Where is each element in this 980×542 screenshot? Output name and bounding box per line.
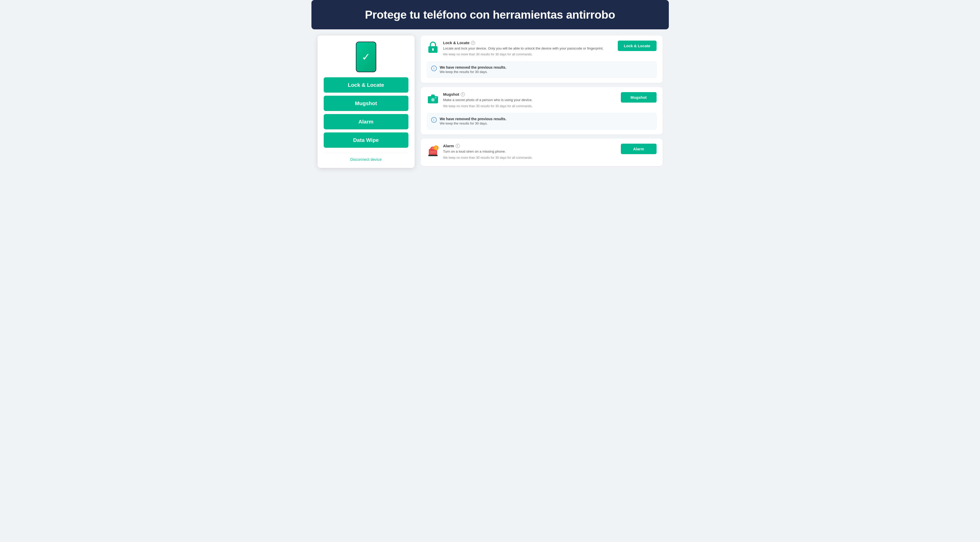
- lock-locate-section: Lock & Locate i Locate and lock your dev…: [421, 35, 663, 83]
- device-card: ✓ Lock & Locate Mugshot Alarm Data Wipe …: [318, 35, 415, 168]
- svg-text:!: !: [436, 146, 436, 150]
- lock-locate-text: Lock & Locate i Locate and lock your dev…: [443, 41, 604, 58]
- svg-rect-6: [435, 97, 436, 98]
- mugshot-limit: We keep no more than 30 results for 30 d…: [443, 104, 533, 109]
- alarm-action-button[interactable]: Alarm: [621, 144, 657, 154]
- left-panel: ✓ Lock & Locate Mugshot Alarm Data Wipe …: [318, 35, 415, 170]
- svg-point-2: [432, 48, 434, 50]
- menu-buttons: Lock & Locate Mugshot Alarm Data Wipe: [324, 77, 409, 148]
- lock-svg: [428, 41, 438, 53]
- page-wrapper: Protege tu teléfono con herramientas ant…: [312, 0, 669, 176]
- mugshot-title: Mugshot i: [443, 92, 533, 97]
- svg-rect-13: [430, 153, 436, 153]
- alarm-text: Alarm i Turn on a loud siren on a missin…: [443, 144, 533, 161]
- mugshot-menu-button[interactable]: Mugshot: [324, 96, 409, 111]
- lock-locate-title: Lock & Locate i: [443, 41, 604, 45]
- mugshot-text: Mugshot i Make a secret photo of a perso…: [443, 92, 533, 110]
- mugshot-section: Mugshot i Make a secret photo of a perso…: [421, 87, 663, 135]
- lock-locate-menu-button[interactable]: Lock & Locate: [324, 77, 409, 93]
- hero-banner: Protege tu teléfono con herramientas ant…: [312, 0, 669, 29]
- mugshot-header: Mugshot i Make a secret photo of a perso…: [427, 92, 657, 110]
- svg-rect-12: [430, 151, 436, 152]
- svg-point-5: [432, 99, 434, 101]
- alarm-description: Turn on a loud siren on a missing phone.: [443, 149, 533, 154]
- alarm-title: Alarm i: [443, 144, 533, 148]
- mugshot-icon: [427, 92, 439, 105]
- alarm-info-icon[interactable]: i: [456, 144, 460, 148]
- mugshot-info-icon[interactable]: i: [461, 92, 465, 97]
- alarm-menu-button[interactable]: Alarm: [324, 114, 409, 129]
- lock-locate-action-button[interactable]: Lock & Locate: [618, 41, 657, 51]
- data-wipe-menu-button[interactable]: Data Wipe: [324, 132, 409, 148]
- phone-checkmark: ✓: [362, 51, 371, 63]
- right-panel: Lock & Locate i Locate and lock your dev…: [415, 35, 663, 170]
- phone-visual: ✓: [324, 41, 409, 72]
- mugshot-result-box: i We have removed the previous results. …: [427, 113, 657, 129]
- disconnect-device-link[interactable]: Disconnect device: [350, 157, 382, 162]
- alarm-icon: !: [427, 144, 439, 157]
- lock-locate-result-icon: i: [431, 65, 437, 71]
- disconnect-section: Disconnect device: [324, 153, 409, 162]
- mugshot-result-text: We have removed the previous results. We…: [440, 117, 506, 126]
- lock-locate-result-box: i We have removed the previous results. …: [427, 62, 657, 78]
- lock-locate-icon: [427, 41, 439, 54]
- mugshot-result-icon: i: [431, 117, 437, 123]
- lock-locate-info-icon[interactable]: i: [471, 41, 475, 45]
- lock-locate-result-line1: We have removed the previous results.: [440, 65, 506, 69]
- alarm-header: ! Alarm i Turn on a loud siren on a miss…: [427, 144, 657, 161]
- camera-svg: [427, 93, 439, 105]
- mugshot-result-line1: We have removed the previous results.: [440, 117, 506, 121]
- mugshot-result-line2: We keep the results for 30 days.: [440, 121, 488, 125]
- alarm-svg: !: [427, 144, 439, 157]
- phone-mockup: ✓: [356, 41, 376, 72]
- lock-locate-result-line2: We keep the results for 30 days.: [440, 70, 488, 74]
- mugshot-left: Mugshot i Make a secret photo of a perso…: [427, 92, 617, 110]
- lock-locate-description: Locate and lock your device. Only you wi…: [443, 46, 604, 51]
- main-content: ✓ Lock & Locate Mugshot Alarm Data Wipe …: [312, 29, 669, 176]
- mugshot-description: Make a secret photo of a person who is u…: [443, 97, 533, 103]
- lock-locate-left: Lock & Locate i Locate and lock your dev…: [427, 41, 614, 58]
- lock-locate-result-text: We have removed the previous results. We…: [440, 65, 506, 74]
- svg-rect-11: [428, 155, 437, 156]
- hero-title: Protege tu teléfono con herramientas ant…: [324, 8, 657, 21]
- alarm-left: ! Alarm i Turn on a loud siren on a miss…: [427, 144, 617, 161]
- lock-locate-header: Lock & Locate i Locate and lock your dev…: [427, 41, 657, 58]
- alarm-section: ! Alarm i Turn on a loud siren on a miss…: [421, 138, 663, 166]
- lock-locate-limit: We keep no more than 30 results for 30 d…: [443, 52, 604, 57]
- alarm-limit: We keep no more than 30 results for 30 d…: [443, 156, 533, 160]
- mugshot-action-button[interactable]: Mugshot: [621, 92, 657, 103]
